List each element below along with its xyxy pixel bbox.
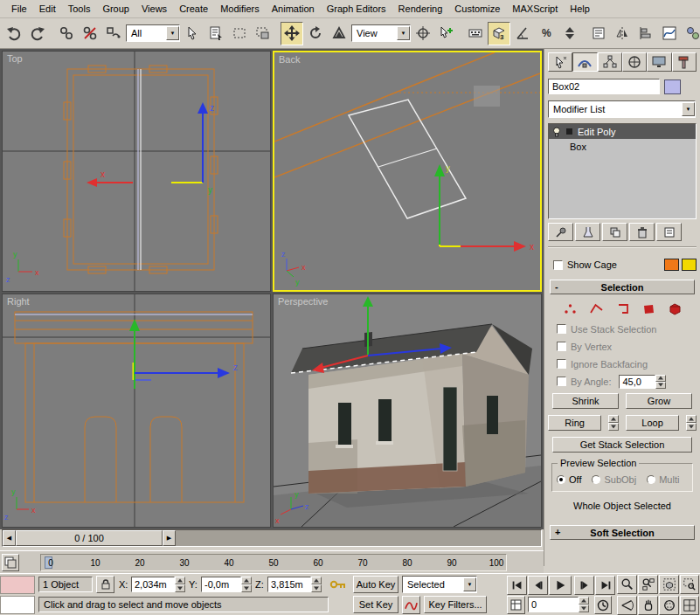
rectangular-selection-region-button[interactable] (228, 22, 251, 45)
key-filters-button[interactable]: Key Filters... (424, 596, 487, 613)
ignore-backfacing-checkbox[interactable] (557, 359, 566, 369)
set-key-button[interactable]: Set Key (353, 596, 399, 613)
loop-spinner[interactable] (686, 415, 697, 431)
align-button[interactable] (634, 22, 657, 45)
set-key-mode-button[interactable] (327, 575, 350, 594)
use-stack-selection-checkbox[interactable] (557, 324, 566, 334)
play-button[interactable] (549, 576, 572, 595)
show-cage-checkbox[interactable] (553, 260, 563, 270)
percent-snap-button[interactable]: % (535, 22, 558, 45)
undo-button[interactable] (3, 22, 25, 45)
selected-polygons[interactable] (349, 100, 466, 218)
select-and-manipulate-button[interactable] (435, 22, 458, 45)
select-and-move-button[interactable] (281, 22, 303, 45)
vertex-subobject-button[interactable] (560, 301, 580, 317)
soft-selection-rollout-header[interactable]: + Soft Selection (550, 525, 695, 540)
make-unique-button[interactable] (602, 223, 627, 241)
window-crossing-toggle-button[interactable] (252, 22, 274, 45)
tab-create[interactable] (548, 52, 572, 72)
viewport-top-canvas[interactable]: x z y y x z (3, 52, 270, 291)
dropdown-arrow-icon[interactable]: ▼ (397, 26, 410, 40)
select-by-name-button[interactable] (204, 22, 227, 45)
time-slider-prev-button[interactable]: ◀ (3, 530, 16, 546)
menu-tools[interactable]: Tools (62, 2, 97, 16)
preview-subobj-radio[interactable] (592, 475, 600, 484)
edge-subobject-button[interactable] (586, 301, 606, 317)
menu-customize[interactable]: Customize (448, 2, 506, 16)
remove-modifier-button[interactable] (629, 223, 655, 241)
reference-coordinate-dropdown[interactable]: View▼ (351, 24, 411, 42)
select-and-link-button[interactable] (55, 22, 78, 45)
tab-modify[interactable] (572, 52, 597, 72)
object-name-field[interactable] (548, 79, 660, 94)
menu-rendering[interactable]: Rendering (392, 2, 449, 16)
preview-off-radio[interactable] (557, 475, 565, 484)
select-and-scale-button[interactable] (328, 22, 350, 45)
cage-selected-color-swatch[interactable] (682, 259, 697, 271)
next-frame-button[interactable] (574, 576, 594, 595)
shrink-button[interactable]: Shrink (552, 393, 619, 409)
tab-display[interactable] (647, 52, 671, 72)
snaps-toggle-button[interactable]: 3 (488, 22, 510, 45)
mirror-button[interactable] (611, 22, 634, 45)
stack-item-box[interactable]: Box (549, 139, 696, 154)
redo-button[interactable] (26, 22, 49, 45)
dropdown-arrow-icon[interactable]: ▼ (463, 577, 476, 591)
default-tangent-button[interactable] (402, 596, 420, 614)
viewport-back-label[interactable]: Back (279, 54, 300, 65)
get-stack-selection-button[interactable]: Get Stack Selection (552, 437, 692, 453)
viewport-perspective-label[interactable]: Perspective (278, 296, 328, 307)
move-gizmo[interactable]: x z y (87, 102, 214, 195)
z-coordinate-field[interactable] (267, 577, 311, 592)
by-vertex-checkbox[interactable] (557, 342, 566, 351)
visibility-bulb-icon[interactable] (552, 127, 561, 137)
preview-multi-radio[interactable] (647, 475, 655, 484)
select-and-rotate-button[interactable] (304, 22, 327, 45)
menu-graph-editors[interactable]: Graph Editors (321, 2, 392, 16)
menu-create[interactable]: Create (173, 2, 214, 16)
element-subobject-button[interactable] (665, 301, 685, 317)
angle-snap-button[interactable] (511, 22, 534, 45)
material-editor-button[interactable] (682, 22, 700, 45)
move-gizmo[interactable]: y x (434, 163, 534, 252)
tab-motion[interactable] (622, 52, 647, 72)
x-coordinate-spinner[interactable] (175, 577, 185, 592)
viewport-right[interactable]: Right (2, 294, 271, 528)
menu-maxscript[interactable]: MAXScript (506, 2, 564, 16)
curve-editor-button[interactable] (658, 22, 681, 45)
configure-modifier-sets-button[interactable] (656, 223, 682, 241)
stack-item-edit-poly[interactable]: Edit Poly (549, 124, 696, 139)
menu-views[interactable]: Views (135, 2, 173, 16)
go-to-end-button[interactable] (595, 576, 615, 595)
auto-key-button[interactable]: Auto Key (353, 576, 399, 593)
border-subobject-button[interactable] (613, 301, 633, 317)
dropdown-arrow-icon[interactable]: ▼ (166, 26, 179, 40)
track-bar-ruler[interactable]: 0 10 20 30 40 50 60 70 80 90 100 (0, 550, 544, 573)
viewport-top[interactable]: Top (2, 51, 271, 292)
unlink-selection-button[interactable] (79, 22, 101, 45)
by-angle-checkbox[interactable] (557, 377, 566, 386)
previous-frame-button[interactable] (528, 576, 548, 595)
go-to-start-button[interactable] (507, 576, 527, 595)
maxscript-mini-listener-pink[interactable] (0, 576, 35, 594)
modifier-stack[interactable]: Edit Poly Box (548, 123, 697, 219)
menu-help[interactable]: Help (564, 2, 596, 16)
field-of-view-button[interactable] (617, 596, 637, 615)
use-pivot-center-button[interactable] (412, 22, 434, 45)
zoom-extents-button[interactable] (659, 575, 679, 594)
pin-stack-button[interactable] (548, 223, 573, 241)
tab-utilities[interactable] (672, 52, 697, 72)
selection-filter-dropdown[interactable]: All▼ (126, 24, 180, 42)
modifier-list-dropdown[interactable]: Modifier List▼ (548, 100, 696, 118)
menu-animation[interactable]: Animation (266, 2, 321, 16)
min-max-toggle-button[interactable] (680, 596, 699, 615)
menu-file[interactable]: File (5, 2, 33, 16)
mini-curve-editor-button[interactable] (2, 554, 19, 571)
viewport-right-label[interactable]: Right (7, 296, 30, 307)
tab-hierarchy[interactable] (598, 52, 622, 72)
spinner-snap-button[interactable] (558, 22, 581, 45)
time-slider-track[interactable]: ◀ 0 / 100 ▶ (2, 529, 542, 547)
by-angle-field[interactable] (620, 376, 655, 388)
current-frame-spinner[interactable] (579, 597, 589, 612)
select-object-button[interactable] (181, 22, 204, 45)
